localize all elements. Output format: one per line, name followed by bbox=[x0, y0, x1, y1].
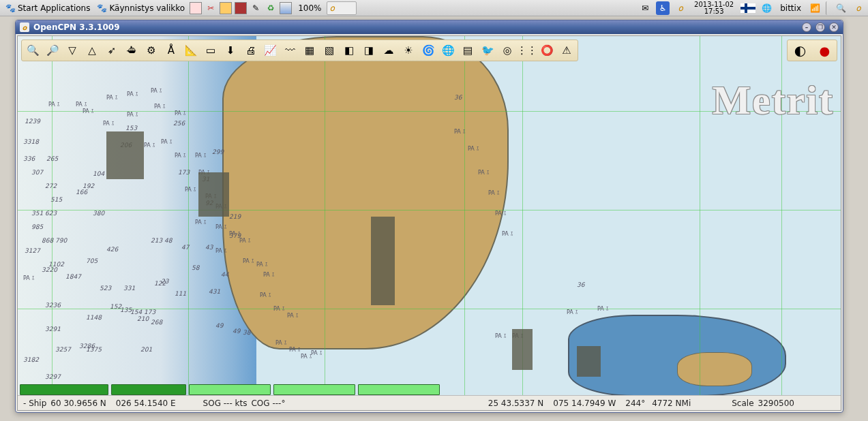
zoom-in-icon[interactable]: 🔍 bbox=[23, 41, 42, 60]
radar-icon[interactable]: ◎ bbox=[498, 41, 517, 60]
grid-horizontal bbox=[18, 309, 841, 309]
disk-icon[interactable] bbox=[279, 1, 293, 15]
chart-missing-tile bbox=[106, 131, 144, 179]
power-icon[interactable] bbox=[234, 1, 248, 15]
maximize-button[interactable]: ❐ bbox=[815, 22, 825, 32]
chart-scale-bar[interactable] bbox=[189, 384, 271, 395]
layer2-icon[interactable]: ▧ bbox=[320, 41, 339, 60]
current-icon[interactable]: ◨ bbox=[359, 41, 378, 60]
landmass-bahamas-inner bbox=[677, 352, 752, 386]
cut-icon[interactable]: ✂ bbox=[204, 1, 218, 15]
edit-icon[interactable] bbox=[189, 1, 203, 15]
start-applications-menu[interactable]: 🐾 Start Applications bbox=[3, 2, 93, 14]
start-menu-fi[interactable]: 🐾 Käynnistys valikko bbox=[94, 2, 188, 14]
weather-icon[interactable]: ☁ bbox=[379, 41, 398, 60]
minimize-button[interactable]: – bbox=[802, 22, 811, 32]
start2-label: Käynnistys valikko bbox=[109, 3, 185, 13]
chart-viewport[interactable]: 1239331833626530727251535162398586879031… bbox=[17, 35, 841, 411]
chart-missing-tile bbox=[577, 346, 601, 377]
pen-icon[interactable]: ✎ bbox=[249, 1, 263, 15]
deepwater-region bbox=[18, 36, 256, 410]
grid-vertical bbox=[188, 36, 189, 410]
refresh-icon[interactable]: ♻ bbox=[264, 1, 278, 15]
flag-fi-icon bbox=[740, 3, 755, 13]
chart-scale-bar[interactable] bbox=[111, 384, 186, 395]
compass-icon[interactable]: ◐ bbox=[794, 42, 806, 59]
status-ship-lat: 60 30.9656 N bbox=[50, 399, 106, 408]
search-tray-icon[interactable]: 🔍 bbox=[834, 1, 848, 15]
clock[interactable]: 2013-11-02 17:53 bbox=[691, 1, 736, 15]
chart-missing-tile bbox=[371, 217, 395, 305]
window-icon[interactable] bbox=[219, 1, 233, 15]
compass-icon[interactable]: Å bbox=[162, 41, 181, 60]
app-tray-icon[interactable]: o bbox=[674, 1, 687, 15]
system-panel: 🐾 Start Applications 🐾 Käynnistys valikk… bbox=[0, 0, 868, 16]
main-toolbar: 🔍🔎▽△➶⛴⚙Å📐▭⬇🖨📈〰▦▧◧◨☁☀🌀🌐▤🐦◎⋮⋮⭕⚠ bbox=[21, 40, 578, 61]
zoom-out-icon[interactable]: 🔎 bbox=[43, 41, 62, 60]
measure-icon[interactable]: 📐 bbox=[181, 41, 200, 60]
clock-date: 2013-11-02 bbox=[694, 1, 734, 8]
warn-icon[interactable]: ⚠ bbox=[557, 41, 576, 60]
lifebuoy-icon[interactable]: ⭕ bbox=[537, 41, 556, 60]
download-icon[interactable]: ⬇ bbox=[221, 41, 240, 60]
bird-icon[interactable]: 🐦 bbox=[478, 41, 497, 60]
grid-vertical bbox=[700, 36, 700, 410]
status-scale-label: Scale bbox=[732, 399, 753, 408]
route-icon[interactable]: ➶ bbox=[102, 41, 121, 60]
grid-vertical bbox=[325, 36, 325, 410]
titlebar[interactable]: o OpenCPN 3.3.1009 – ❐ ✕ bbox=[16, 20, 843, 34]
grid-vertical bbox=[464, 36, 465, 410]
status-cursor-lat: 25 43.5337 N bbox=[488, 399, 544, 408]
status-bar: - Ship 60 30.9656 N 026 54.1540 E SOG --… bbox=[18, 395, 841, 410]
app2-tray-icon[interactable]: o bbox=[852, 1, 865, 15]
globe-icon[interactable]: 🌐 bbox=[438, 41, 458, 60]
graph-icon[interactable]: 📈 bbox=[260, 41, 280, 60]
status-sog: SOG --- kts bbox=[203, 399, 248, 408]
dots-icon[interactable]: ⋮⋮ bbox=[518, 41, 537, 60]
layer1-icon[interactable]: ▦ bbox=[300, 41, 319, 60]
track-icon[interactable]: 〰 bbox=[280, 41, 299, 60]
taskbar-app-icon[interactable]: o bbox=[327, 1, 357, 15]
chart-missing-tile bbox=[198, 172, 229, 217]
auto-follow-icon[interactable]: △ bbox=[83, 41, 102, 60]
watermark-text: Metrit bbox=[712, 77, 834, 124]
app-icon: o bbox=[20, 22, 29, 32]
accessibility-icon[interactable]: ♿ bbox=[656, 1, 670, 15]
ship-icon[interactable]: ⛴ bbox=[122, 41, 141, 60]
mail-icon[interactable]: ✉ bbox=[638, 1, 652, 15]
sun-icon[interactable]: ☀ bbox=[399, 41, 418, 60]
chart-scale-bar[interactable] bbox=[273, 384, 355, 395]
status-ship-lon: 026 54.1540 E bbox=[116, 399, 176, 408]
zoom-pct: 100% bbox=[294, 3, 325, 13]
wind-icon[interactable]: 🌀 bbox=[419, 41, 438, 60]
record-icon[interactable]: ● bbox=[820, 44, 830, 58]
window-title: OpenCPN 3.3.1009 bbox=[33, 22, 120, 32]
status-ship-label: - Ship bbox=[23, 399, 46, 408]
status-cog: COG ---° bbox=[251, 399, 285, 408]
separator-icon bbox=[826, 1, 830, 15]
grid-vertical bbox=[52, 36, 53, 410]
start-label: Start Applications bbox=[18, 3, 90, 13]
user-label: bittix bbox=[777, 3, 804, 13]
calc-icon[interactable]: ▤ bbox=[458, 41, 477, 60]
settings-icon[interactable]: ⚙ bbox=[142, 41, 161, 60]
wifi-icon[interactable]: 📶 bbox=[808, 1, 822, 15]
tide-icon[interactable]: ◧ bbox=[340, 41, 359, 60]
chart-missing-tile bbox=[512, 329, 533, 370]
chart-scale-bar[interactable] bbox=[358, 384, 440, 395]
close-button[interactable]: ✕ bbox=[829, 22, 839, 32]
status-dist: 4772 NMi bbox=[652, 399, 691, 408]
status-cursor-lon: 075 14.7949 W bbox=[553, 399, 616, 408]
print-icon[interactable]: 🖨 bbox=[241, 41, 260, 60]
clock-time: 17:53 bbox=[694, 8, 734, 15]
chart-icon[interactable]: ▭ bbox=[201, 41, 220, 60]
chart-scale-bar[interactable] bbox=[20, 384, 108, 395]
globe-tray-icon[interactable]: 🌐 bbox=[760, 1, 773, 15]
status-scale-val: 3290500 bbox=[758, 399, 794, 408]
apps-icon: 🐾 bbox=[5, 3, 16, 13]
grid-horizontal bbox=[18, 210, 841, 210]
opencpn-window: o OpenCPN 3.3.1009 – ❐ ✕ 123933183362653… bbox=[15, 20, 843, 413]
chart-bars bbox=[20, 384, 839, 395]
scale-chart-icon[interactable]: ▽ bbox=[63, 41, 82, 60]
apps-icon: 🐾 bbox=[97, 3, 107, 13]
